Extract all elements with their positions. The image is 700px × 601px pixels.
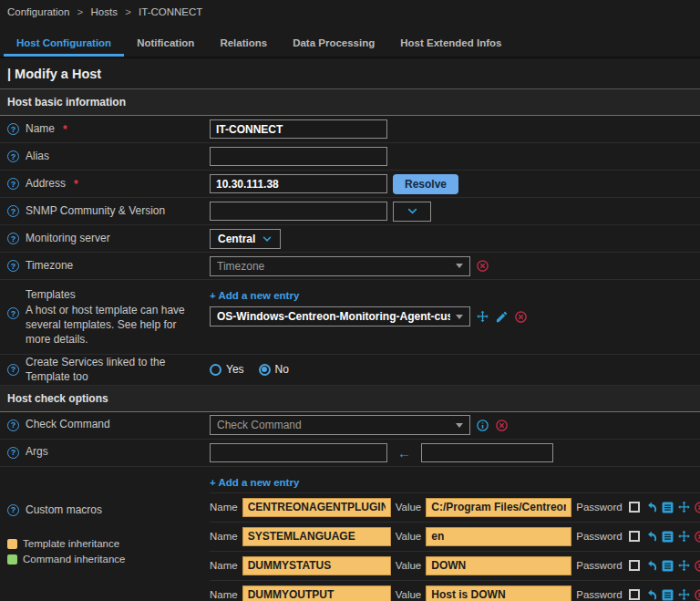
required-mark: * (74, 178, 78, 191)
macro-password-label: Password (576, 560, 623, 571)
tab-bar: Host Configuration Notification Relation… (0, 30, 700, 58)
address-input[interactable] (210, 174, 387, 193)
delete-template-icon[interactable] (514, 310, 528, 324)
row-address: Address * Resolve (0, 171, 700, 198)
undo-macro-icon[interactable] (644, 501, 658, 514)
macro-password-label: Password (576, 589, 623, 600)
help-icon[interactable] (7, 178, 19, 190)
tab-host-extended-infos[interactable]: Host Extended Infos (387, 30, 514, 57)
help-icon[interactable] (7, 447, 19, 459)
macro-name-input[interactable] (242, 527, 391, 546)
macro-value-input[interactable] (426, 527, 571, 546)
add-macro-entry-link[interactable]: + Add a new entry (210, 474, 700, 493)
help-icon[interactable] (7, 504, 19, 516)
create-services-no-radio[interactable]: No (259, 363, 289, 376)
macro-password-label: Password (576, 502, 623, 513)
create-services-yes-radio[interactable]: Yes (210, 363, 244, 376)
move-macro-icon[interactable] (677, 559, 691, 573)
macro-legend: Template inheritance Command inheritance (7, 538, 126, 565)
breadcrumb-hosts[interactable]: Hosts (91, 6, 118, 17)
password-checkbox[interactable] (629, 560, 640, 571)
monitoring-server-select[interactable]: Central (210, 229, 281, 249)
template-inheritance-swatch (7, 539, 17, 549)
breadcrumb-separator: > (77, 6, 84, 17)
templates-label: Templates (26, 288, 76, 301)
delete-macro-icon[interactable] (694, 501, 700, 514)
radio-unchecked-icon (210, 364, 221, 376)
args-input-2[interactable] (421, 443, 553, 462)
snmp-version-select[interactable] (393, 202, 431, 222)
name-label: Name (26, 122, 55, 137)
host-configuration-page: Configuration > Hosts > IT-CONNECT Host … (0, 0, 700, 601)
macro-name-label: Name (210, 560, 238, 571)
help-icon[interactable] (7, 123, 19, 135)
command-inheritance-label: Command inheritance (23, 554, 126, 565)
breadcrumb-configuration[interactable]: Configuration (7, 6, 69, 17)
macro-value-input[interactable] (426, 585, 571, 601)
caret-down-icon (456, 423, 463, 428)
password-checkbox[interactable] (629, 531, 640, 542)
macro-row-dummystatus: Name Value Password (210, 552, 700, 581)
move-macro-icon[interactable] (677, 588, 691, 601)
check-command-select[interactable]: Check Command (210, 415, 470, 435)
help-icon[interactable] (7, 205, 19, 217)
undo-macro-icon[interactable] (644, 559, 658, 573)
monitoring-server-value: Central (218, 233, 255, 245)
left-arrow-icon (393, 445, 416, 461)
macro-name-label: Name (210, 589, 238, 600)
macro-description-icon[interactable] (661, 530, 674, 544)
chevron-down-icon (262, 233, 273, 244)
check-command-info-icon[interactable] (476, 419, 489, 432)
tab-relations[interactable]: Relations (207, 30, 280, 57)
clear-timezone-icon[interactable] (476, 259, 489, 273)
delete-macro-icon[interactable] (694, 588, 700, 601)
macro-description-icon[interactable] (661, 588, 674, 601)
resolve-button[interactable]: Resolve (393, 174, 458, 194)
help-icon[interactable] (7, 233, 19, 244)
macro-name-input[interactable] (242, 498, 391, 517)
move-template-icon[interactable] (476, 310, 489, 324)
timezone-label: Timezone (26, 259, 73, 274)
help-icon[interactable] (7, 260, 19, 272)
tab-notification[interactable]: Notification (124, 30, 207, 57)
help-icon[interactable] (7, 307, 19, 319)
delete-macro-icon[interactable] (694, 530, 700, 544)
tab-host-configuration[interactable]: Host Configuration (4, 30, 124, 57)
alias-input[interactable] (210, 147, 387, 166)
macro-value-input[interactable] (426, 498, 571, 517)
row-alias: Alias (0, 143, 700, 171)
timezone-select[interactable]: Timezone (210, 256, 470, 276)
tab-data-processing[interactable]: Data Processing (280, 30, 387, 57)
check-command-placeholder: Check Command (217, 419, 302, 431)
help-icon[interactable] (7, 150, 19, 162)
snmp-community-input[interactable] (210, 202, 387, 221)
monitoring-server-label: Monitoring server (26, 232, 110, 246)
help-icon[interactable] (7, 364, 19, 376)
timezone-placeholder: Timezone (217, 260, 264, 273)
template-select[interactable]: OS-Windows-Centreon-Monitoring-Agent-cus… (210, 306, 470, 326)
help-icon[interactable] (7, 420, 19, 431)
macro-description-icon[interactable] (661, 501, 674, 514)
macro-name-input[interactable] (242, 556, 391, 575)
macro-value-input[interactable] (426, 556, 571, 575)
undo-macro-icon[interactable] (644, 588, 658, 601)
undo-macro-icon[interactable] (644, 530, 658, 544)
macro-description-icon[interactable] (661, 559, 674, 573)
move-macro-icon[interactable] (677, 530, 691, 544)
templates-help-text: A host or host template can have several… (26, 304, 185, 346)
password-checkbox[interactable] (629, 502, 640, 513)
delete-macro-icon[interactable] (694, 559, 700, 573)
macro-value-label: Value (396, 589, 422, 600)
macro-name-input[interactable] (242, 585, 391, 601)
password-checkbox[interactable] (629, 589, 640, 600)
command-inheritance-swatch (7, 554, 17, 565)
add-template-entry-link[interactable]: + Add a new entry (210, 287, 299, 306)
clear-check-command-icon[interactable] (495, 419, 509, 432)
move-macro-icon[interactable] (677, 501, 691, 514)
args-input-1[interactable] (210, 443, 387, 462)
caret-down-icon (456, 315, 463, 319)
name-input[interactable] (210, 119, 387, 139)
row-templates: Templates A host or host template can ha… (0, 280, 700, 355)
required-mark: * (63, 123, 67, 136)
edit-template-icon[interactable] (495, 310, 509, 324)
